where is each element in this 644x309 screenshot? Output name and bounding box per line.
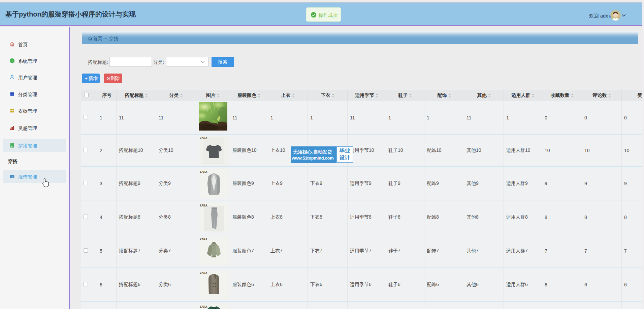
svg-text:ZARA: ZARA xyxy=(200,136,207,140)
svg-text:ZARA: ZARA xyxy=(200,271,207,275)
svg-text:ZARA: ZARA xyxy=(200,237,207,241)
svg-text:ZARA: ZARA xyxy=(200,204,207,207)
svg-text:ZARA: ZARA xyxy=(200,170,207,173)
svg-text:ZARA: ZARA xyxy=(200,305,207,308)
